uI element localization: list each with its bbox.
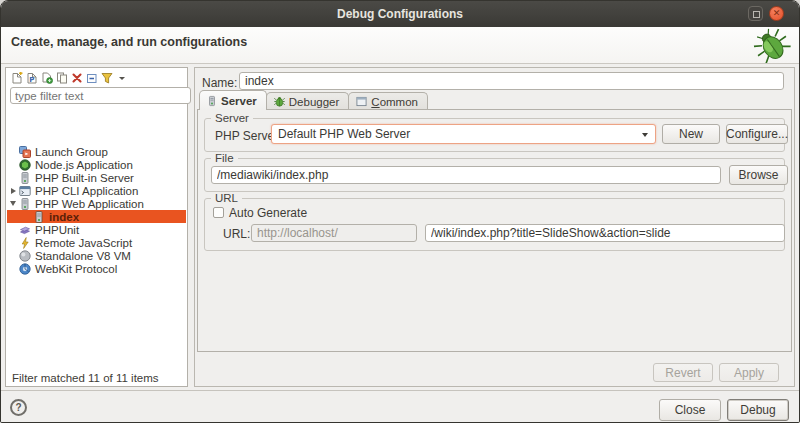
duplicate-config-icon[interactable] <box>55 71 68 84</box>
tree-item-label: Remote JavaScript <box>35 237 132 249</box>
webkit-protocol-icon <box>19 263 31 275</box>
base-url-input <box>251 224 417 242</box>
help-button[interactable]: ? <box>10 399 27 416</box>
tab-label: Server <box>221 95 257 107</box>
close-icon: ✕ <box>773 9 781 18</box>
tree-item-label: PHP Web Application <box>35 198 144 210</box>
server-tab-icon <box>207 95 217 107</box>
maximize-button[interactable] <box>748 6 763 21</box>
filter-input[interactable] <box>10 87 191 104</box>
nodejs-icon <box>19 159 31 171</box>
apply-button[interactable]: Apply <box>719 363 779 382</box>
export-config-icon[interactable] <box>40 71 53 84</box>
editor-tabs: Server Debugger Common <box>199 93 427 110</box>
tree-item-standalone-v8-vm[interactable]: Standalone V8 VM <box>7 249 186 262</box>
window-title: Debug Configurations <box>337 7 463 21</box>
toolbar-menu-arrow-icon[interactable] <box>115 71 128 84</box>
php-server-icon <box>19 172 31 184</box>
url-group-title: URL <box>211 192 242 204</box>
tree-item-label: Standalone V8 VM <box>35 250 131 262</box>
tab-server[interactable]: Server <box>199 90 267 110</box>
configure-server-button[interactable]: Configure... <box>726 124 788 144</box>
expand-expanded-icon[interactable] <box>7 201 19 206</box>
tree-item-php-built-in-server[interactable]: PHP Built-in Server <box>7 171 186 184</box>
php-server-combobox[interactable]: Default PHP Web Server <box>271 124 656 144</box>
server-tab-content: Server PHP Server: Default PHP Web Serve… <box>197 109 792 352</box>
tree-item-label: Launch Group <box>35 146 108 158</box>
configuration-editor: Name: Server Debugger Common Server PHP … <box>194 67 795 387</box>
tree-item-label: index <box>49 211 79 223</box>
launch-group-icon <box>19 146 31 158</box>
url-label: URL: <box>223 227 250 241</box>
server-group: Server PHP Server: Default PHP Web Serve… <box>204 118 785 152</box>
auto-generate-label: Auto Generate <box>229 206 307 220</box>
tree-item-php-cli-application[interactable]: PHP CLI Application <box>7 184 186 197</box>
common-tab-icon <box>356 96 367 107</box>
tree-item-launch-group[interactable]: Launch Group <box>7 145 186 158</box>
tab-label: Debugger <box>289 96 340 108</box>
tree-item-index-selected[interactable]: index <box>7 210 186 223</box>
url-group: URL Auto Generate URL: <box>204 198 785 251</box>
name-label: Name: <box>202 76 237 90</box>
help-icon: ? <box>15 402 21 413</box>
browse-button[interactable]: Browse <box>729 165 788 185</box>
chevron-down-icon <box>642 133 648 137</box>
php-server-icon <box>33 211 45 223</box>
tree-item-remote-javascript[interactable]: Remote JavaScript <box>7 236 186 249</box>
tree-item-php-web-application[interactable]: PHP Web Application <box>7 197 186 210</box>
dialog-footer: ? Close Debug <box>1 390 799 423</box>
v8-vm-icon <box>19 250 31 262</box>
dialog-header-title: Create, manage, and run configurations <box>11 35 247 49</box>
server-group-title: Server <box>211 112 253 124</box>
maximize-icon <box>753 11 760 18</box>
delete-config-icon[interactable] <box>70 71 83 84</box>
php-server-icon <box>19 198 31 210</box>
new-prototype-icon[interactable]: P <box>25 71 38 84</box>
debugger-tab-icon <box>274 96 285 107</box>
remote-javascript-icon <box>19 237 31 249</box>
dialog-header: Create, manage, and run configurations <box>1 27 799 64</box>
tree-item-label: PHP Built-in Server <box>35 172 134 184</box>
tree-item-label: Node.js Application <box>35 159 133 171</box>
debug-configurations-window: Debug Configurations ✕ Create, manage, a… <box>0 0 800 423</box>
svg-text:P: P <box>29 75 34 83</box>
auto-generate-checkbox[interactable] <box>213 207 224 218</box>
php-cli-icon <box>19 185 31 197</box>
tree-item-label: WebKit Protocol <box>35 263 117 275</box>
file-path-input[interactable] <box>211 166 721 184</box>
configurations-panel: P Lau <box>5 67 188 387</box>
close-button[interactable]: Close <box>659 399 721 421</box>
configurations-toolbar: P <box>10 70 128 85</box>
phpunit-icon <box>19 224 31 236</box>
tree-item-webkit-protocol[interactable]: WebKit Protocol <box>7 262 186 275</box>
debug-bug-icon <box>753 28 791 67</box>
tab-common[interactable]: Common <box>348 92 428 110</box>
tab-debugger[interactable]: Debugger <box>266 92 350 110</box>
filter-status-text: Filter matched 11 of 11 items <box>12 372 159 384</box>
file-group-title: File <box>211 152 238 164</box>
tab-label: Common <box>371 96 418 108</box>
close-window-button[interactable]: ✕ <box>769 6 784 21</box>
collapse-all-icon[interactable] <box>85 71 98 84</box>
debug-button[interactable]: Debug <box>727 399 789 421</box>
expand-collapsed-icon[interactable] <box>7 188 19 194</box>
tree-item-label: PHP CLI Application <box>35 185 138 197</box>
new-config-icon[interactable] <box>10 71 23 84</box>
tree-item-label: PHPUnit <box>35 224 79 236</box>
name-input[interactable] <box>239 72 784 90</box>
tree-item-phpunit[interactable]: PHPUnit <box>7 223 186 236</box>
titlebar[interactable]: Debug Configurations ✕ <box>1 1 799 28</box>
tree-item-nodejs-application[interactable]: Node.js Application <box>7 158 186 171</box>
revert-button[interactable]: Revert <box>653 363 713 382</box>
file-group: File Browse <box>204 158 785 192</box>
filter-icon[interactable] <box>100 71 113 84</box>
url-path-input[interactable] <box>425 224 785 242</box>
new-server-button[interactable]: New <box>662 124 720 144</box>
php-server-value: Default PHP Web Server <box>278 127 410 141</box>
